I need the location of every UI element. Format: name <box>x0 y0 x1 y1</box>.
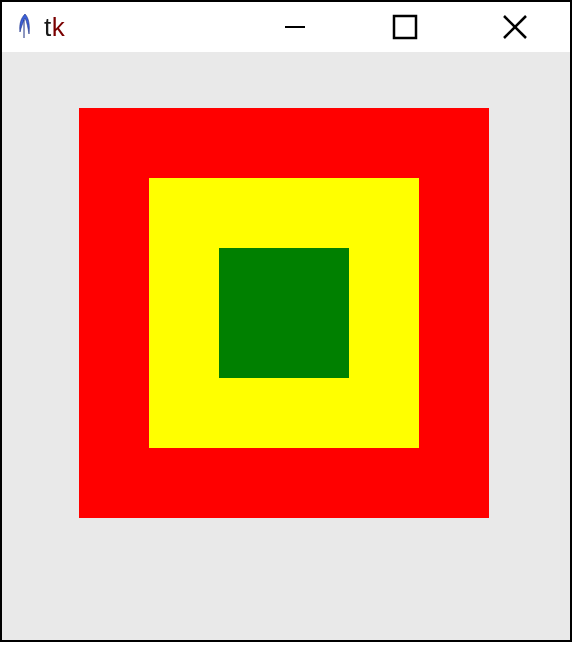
tk-canvas <box>2 52 570 640</box>
window-frame: tk <box>0 0 572 642</box>
svg-rect-1 <box>394 16 416 38</box>
title-letter-t: t <box>44 12 52 42</box>
title-bar[interactable]: tk <box>2 2 570 52</box>
maximize-button[interactable] <box>350 2 460 52</box>
client-area <box>2 52 570 640</box>
inner-green-rect <box>219 248 349 378</box>
window-controls <box>240 2 570 52</box>
close-button[interactable] <box>460 2 570 52</box>
feather-icon <box>16 12 34 42</box>
title-letter-k: k <box>52 12 66 42</box>
minimize-button[interactable] <box>240 2 350 52</box>
window-title: tk <box>44 12 65 43</box>
